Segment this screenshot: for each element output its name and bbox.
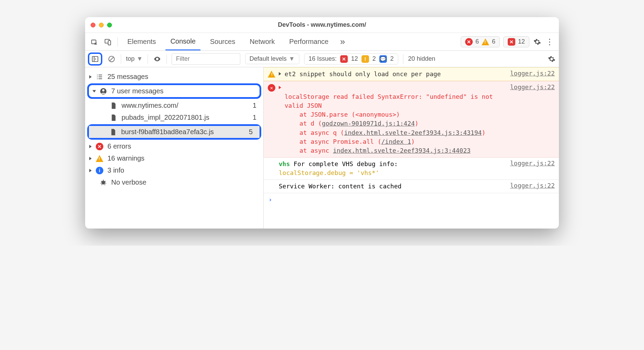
settings-gear-icon[interactable] xyxy=(533,37,542,46)
console-log-area: ! et2 snippet should only load once per … xyxy=(264,67,559,229)
kebab-menu-icon[interactable]: ⋮ xyxy=(545,37,554,46)
log-entry-info[interactable]: vhs For complete VHS debug info: localSt… xyxy=(264,158,559,180)
sidebar-file-item[interactable]: www.nytimes.com/ 1 xyxy=(85,100,263,112)
chevron-down-icon: ▼ xyxy=(289,55,295,62)
console-prompt[interactable]: › xyxy=(264,193,559,206)
issues-error-count: 12 xyxy=(351,55,358,62)
error-badge-icon: ✕ xyxy=(465,38,473,46)
file-count: 1 xyxy=(253,114,259,121)
tab-console[interactable]: Console xyxy=(165,33,200,50)
expand-icon xyxy=(89,75,92,79)
error-count: 6 xyxy=(475,38,479,45)
console-toolbar: top ▼ Default levels ▼ 16 Issues: ✕ 12 !… xyxy=(85,51,559,67)
warnings-label: 16 warnings xyxy=(107,154,145,162)
list-icon xyxy=(96,73,103,81)
log-entry-info[interactable]: Service Worker: content is cached logger… xyxy=(264,180,559,193)
file-icon xyxy=(110,114,117,121)
user-icon xyxy=(100,88,107,95)
expand-icon xyxy=(279,72,281,75)
info-badge-icon: i xyxy=(96,167,103,174)
tab-performance[interactable]: Performance xyxy=(285,33,334,50)
live-expression-icon[interactable] xyxy=(153,55,162,63)
tab-network[interactable]: Network xyxy=(245,33,279,50)
context-selector[interactable]: top ▼ xyxy=(126,55,143,62)
sidebar-info[interactable]: i 3 info xyxy=(85,164,263,176)
issues-info-count: 2 xyxy=(390,55,394,62)
separator xyxy=(403,54,403,64)
svg-rect-2 xyxy=(108,40,111,45)
close-window-icon[interactable] xyxy=(91,23,95,27)
messages-label: 25 messages xyxy=(107,73,148,81)
errors-label: 6 errors xyxy=(107,142,131,150)
console-sidebar: 25 messages 7 user messages www.nytimes.… xyxy=(85,67,264,229)
inspect-element-icon[interactable] xyxy=(90,37,99,46)
device-toolbar-icon[interactable] xyxy=(104,37,113,46)
console-settings-gear-icon[interactable] xyxy=(547,55,556,63)
console-content: 25 messages 7 user messages www.nytimes.… xyxy=(85,67,559,229)
log-source-link[interactable]: logger.js:22 xyxy=(510,83,555,91)
issues-error-icon: ✕ xyxy=(340,55,348,63)
minimize-window-icon[interactable] xyxy=(99,23,104,27)
titlebar: DevTools - www.nytimes.com/ xyxy=(85,17,559,33)
sidebar-warnings[interactable]: ! 16 warnings xyxy=(85,152,263,164)
sidebar-user-messages-highlight: 7 user messages xyxy=(87,83,261,99)
hidden-count[interactable]: 20 hidden xyxy=(408,55,435,62)
stack-link[interactable]: index.html.svelte-2eef3934.js:3:43194 xyxy=(344,129,482,136)
file-count: 5 xyxy=(249,128,255,136)
sidebar-verbose[interactable]: No verbose xyxy=(85,176,263,188)
issues-error-icon: ✕ xyxy=(508,38,515,46)
maximize-window-icon[interactable] xyxy=(107,23,112,27)
window-title: DevTools - www.nytimes.com/ xyxy=(85,21,559,28)
file-count: 1 xyxy=(253,102,259,109)
file-name: pubads_impl_2022071801.js xyxy=(122,114,209,121)
toggle-sidebar-icon[interactable] xyxy=(91,55,100,63)
more-tabs-icon[interactable]: » xyxy=(338,37,347,46)
log-message: localStorage read failed SyntaxError: "u… xyxy=(285,83,507,155)
log-message: vhs For complete VHS debug info: localSt… xyxy=(279,160,507,177)
log-source-link[interactable]: logger.js:22 xyxy=(510,160,555,167)
user-messages-label[interactable]: 7 user messages xyxy=(111,87,163,95)
panel-tabs: Elements Console Sources Network Perform… xyxy=(85,33,559,51)
log-source-link[interactable]: logger.js:22 xyxy=(510,70,555,77)
stack-link[interactable]: godzown-9010971d.js:1:424 xyxy=(322,120,415,127)
log-entry-warning[interactable]: ! et2 snippet should only load once per … xyxy=(264,67,559,81)
stack-link[interactable]: /index 1 xyxy=(381,138,411,145)
issues-info-icon: 💬 xyxy=(379,55,387,63)
separator xyxy=(117,37,118,47)
expand-icon xyxy=(279,86,281,89)
log-source-link[interactable]: logger.js:22 xyxy=(510,182,555,189)
levels-label: Default levels xyxy=(250,55,287,62)
verbose-label: No verbose xyxy=(111,178,146,186)
filter-input[interactable] xyxy=(172,53,240,65)
stack-link[interactable]: index.html.svelte-2eef3934.js:3:44023 xyxy=(333,147,471,154)
svg-point-7 xyxy=(102,180,105,184)
tab-elements[interactable]: Elements xyxy=(123,33,161,50)
sidebar-errors[interactable]: ✕ 6 errors xyxy=(85,140,263,152)
sidebar-messages[interactable]: 25 messages xyxy=(85,71,263,83)
warning-count: 6 xyxy=(492,38,495,45)
issues-label: 16 Issues: xyxy=(309,55,337,62)
issues-warn-icon: ! xyxy=(361,55,369,63)
separator xyxy=(121,54,121,64)
issues-pill[interactable]: ✕ 12 xyxy=(503,36,529,47)
log-levels-selector[interactable]: Default levels ▼ xyxy=(245,54,299,64)
separator xyxy=(166,54,167,64)
log-entry-error[interactable]: ✕ localStorage read failed SyntaxError: … xyxy=(264,81,559,158)
error-warning-pill[interactable]: ✕ 6 ! 6 xyxy=(461,36,500,47)
tab-sources[interactable]: Sources xyxy=(205,33,240,50)
window-controls xyxy=(91,23,112,27)
issues-warn-count: 2 xyxy=(372,55,376,62)
svg-point-6 xyxy=(102,89,104,91)
sidebar-file-item[interactable]: burst-f9baff81bad8ea7efa3c.js 5 xyxy=(89,126,260,138)
sidebar-file-item[interactable]: pubads_impl_2022071801.js 1 xyxy=(85,112,263,124)
devtools-window: DevTools - www.nytimes.com/ Elements Con… xyxy=(85,17,559,229)
file-name: burst-f9baff81bad8ea7efa3c.js xyxy=(121,128,214,136)
info-label: 3 info xyxy=(107,166,124,174)
issues-summary[interactable]: 16 Issues: ✕ 12 ! 2 💬 2 xyxy=(304,54,398,65)
error-icon: ✕ xyxy=(268,84,275,92)
file-icon xyxy=(110,128,117,136)
warning-icon: ! xyxy=(268,71,275,78)
expand-icon xyxy=(89,145,92,148)
clear-console-icon[interactable] xyxy=(107,55,116,63)
sidebar-file-highlight: burst-f9baff81bad8ea7efa3c.js 5 xyxy=(87,124,261,140)
